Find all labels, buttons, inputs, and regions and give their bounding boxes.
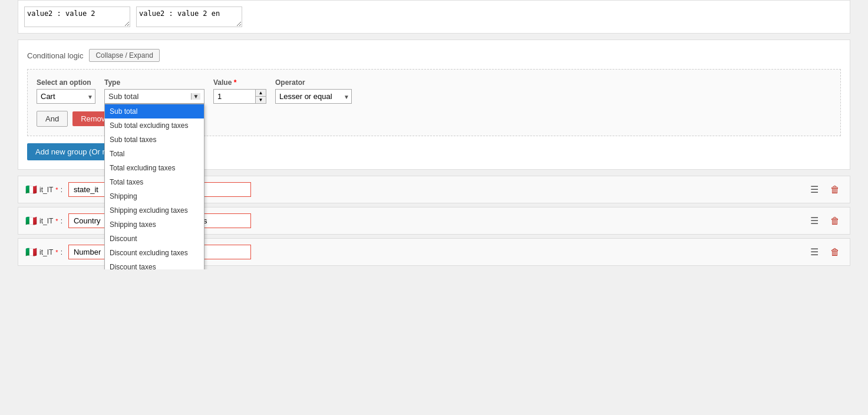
trash-button-1[interactable]: 🗑 xyxy=(827,183,843,196)
flag-icon-2: 🇮🇹 xyxy=(25,215,37,226)
operator-select[interactable]: Lesser or equal Greater or equal Equal xyxy=(275,89,352,104)
option-sub-total-excl-taxes[interactable]: Sub total excluding taxes xyxy=(105,118,204,133)
option-discount-taxes[interactable]: Discount taxes xyxy=(105,260,204,269)
top-section: value2 : value 2 value2 : value 2 en xyxy=(18,0,850,34)
type-dropdown: Sub total Sub total excluding taxes Sub … xyxy=(104,104,204,269)
lang-label-2: it_IT xyxy=(39,217,53,225)
required-2: * xyxy=(55,218,58,225)
value-group: Value * 1 ▲ ▼ xyxy=(213,78,266,104)
option-discount[interactable]: Discount xyxy=(105,232,204,246)
textarea-row: value2 : value 2 value2 : value 2 en xyxy=(24,6,844,27)
select-option-group: Select an option Cart ▼ xyxy=(37,78,95,104)
cart-select-wrapper: Cart ▼ xyxy=(37,89,95,104)
value-spin-down[interactable]: ▼ xyxy=(255,97,266,103)
required-1: * xyxy=(55,186,58,193)
flag-label-3: 🇮🇹 it_IT * : xyxy=(25,246,62,258)
lines-button-1[interactable]: ☰ xyxy=(807,183,821,196)
colon-1: : xyxy=(61,186,62,194)
group-container: Select an option Cart ▼ Type Sub total xyxy=(27,69,841,136)
type-arrow-icon: ▼ xyxy=(191,93,200,100)
lang-label-3: it_IT xyxy=(39,248,53,256)
option-sub-total-taxes[interactable]: Sub total taxes xyxy=(105,133,204,147)
value2-textarea-it[interactable]: value2 : value 2 xyxy=(24,6,130,27)
option-discount-excl-taxes[interactable]: Discount excluding taxes xyxy=(105,246,204,260)
lang-label-1: it_IT xyxy=(39,186,53,194)
option-shipping[interactable]: Shipping xyxy=(105,189,204,203)
form-row: Select an option Cart ▼ Type Sub total xyxy=(37,78,831,104)
flag-label-2: 🇮🇹 it_IT * : xyxy=(25,215,62,226)
value2-textarea-en[interactable]: value2 : value 2 en xyxy=(136,6,242,27)
operator-label: Operator xyxy=(275,78,352,87)
colon-3: : xyxy=(61,248,62,256)
type-selected-value: Sub total xyxy=(108,92,138,101)
value-spin-up[interactable]: ▲ xyxy=(255,90,266,97)
value-input-wrapper: 1 ▲ ▼ xyxy=(213,89,266,104)
operator-select-wrapper: Lesser or equal Greater or equal Equal ▼ xyxy=(275,89,352,104)
type-group: Type Sub total ▼ Sub total Sub total exc… xyxy=(104,78,204,104)
type-select-wrapper: Sub total ▼ Sub total Sub total excludin… xyxy=(104,89,204,104)
colon-2: : xyxy=(61,217,62,225)
value-spinners: ▲ ▼ xyxy=(255,90,266,103)
trash-button-2[interactable]: 🗑 xyxy=(827,215,843,228)
trash-button-3[interactable]: 🗑 xyxy=(827,246,843,259)
conditional-label: Conditional logic xyxy=(27,51,83,60)
lines-button-3[interactable]: ☰ xyxy=(807,245,821,259)
option-total-excl-taxes[interactable]: Total excluding taxes xyxy=(105,161,204,175)
conditional-header: Conditional logic Collapse / Expand xyxy=(27,49,841,62)
value-label: Value * xyxy=(213,78,266,87)
collapse-expand-button[interactable]: Collapse / Expand xyxy=(89,49,159,62)
option-sub-total[interactable]: Sub total xyxy=(105,104,204,118)
option-total[interactable]: Total xyxy=(105,147,204,161)
type-select-trigger[interactable]: Sub total ▼ xyxy=(104,89,204,104)
value-required-star: * xyxy=(234,78,237,87)
cart-select[interactable]: Cart xyxy=(37,89,95,104)
conditional-section: Conditional logic Collapse / Expand Sele… xyxy=(18,39,850,170)
flag-icon-3: 🇮🇹 xyxy=(25,246,37,258)
flag-label-1: 🇮🇹 it_IT * : xyxy=(25,184,62,195)
operator-group: Operator Lesser or equal Greater or equa… xyxy=(275,78,352,104)
flag-icon-1: 🇮🇹 xyxy=(25,184,37,195)
required-3: * xyxy=(55,249,58,256)
option-total-taxes[interactable]: Total taxes xyxy=(105,175,204,189)
and-button[interactable]: And xyxy=(37,111,68,127)
page-wrapper: value2 : value 2 value2 : value 2 en Con… xyxy=(0,0,868,266)
option-shipping-taxes[interactable]: Shipping taxes xyxy=(105,218,204,232)
type-label: Type xyxy=(104,78,204,87)
lines-button-2[interactable]: ☰ xyxy=(807,214,821,228)
select-option-label: Select an option xyxy=(37,78,95,87)
option-shipping-excl-taxes[interactable]: Shipping excluding taxes xyxy=(105,203,204,218)
